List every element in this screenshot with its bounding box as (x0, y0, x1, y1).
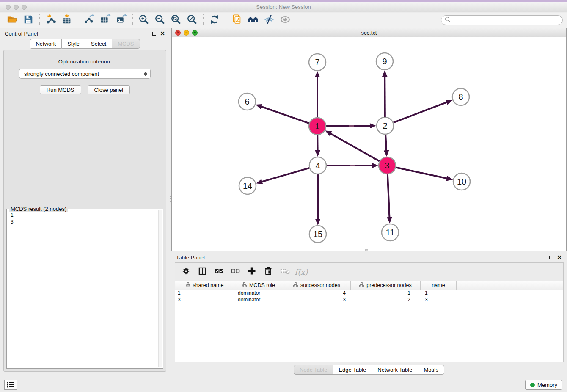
graph-edge-4-14[interactable] (261, 168, 309, 182)
tab-style[interactable]: Style (62, 39, 85, 49)
window-title: Session: New Session (0, 4, 567, 10)
show-all-icon (280, 14, 291, 27)
table-cell[interactable]: 3 (421, 297, 457, 304)
search-icon (445, 17, 451, 24)
combo-stepper-icon (144, 72, 147, 76)
network-title: scc.txt (172, 30, 566, 36)
column-header-shared-name[interactable]: shared name (175, 281, 234, 290)
refresh-layout-button[interactable] (206, 14, 223, 27)
tab-edge-table[interactable]: Edge Table (333, 365, 372, 375)
export-image-button[interactable] (113, 14, 129, 27)
zoom-fit-button[interactable] (168, 14, 184, 27)
new-network-from-selection-button[interactable] (229, 14, 245, 27)
table-cell[interactable]: 3 (175, 297, 234, 304)
tab-motifs[interactable]: Motifs (418, 365, 444, 375)
memory-button[interactable]: Memory (525, 380, 562, 390)
graph-node-label-6: 6 (245, 97, 249, 106)
tab-select[interactable]: Select (85, 39, 112, 49)
control-panel-title: Control Panel (5, 30, 38, 37)
search-input[interactable] (453, 17, 559, 23)
graph-edge-3-1[interactable] (330, 133, 380, 161)
zoom-selected-button[interactable] (184, 14, 200, 27)
add-column-button[interactable] (247, 267, 257, 277)
column-header-successor-nodes[interactable]: successor nodes (283, 281, 351, 290)
close-panel-icon[interactable]: ✕ (160, 31, 165, 36)
show-columns-button[interactable] (197, 267, 207, 277)
graph-edge-arrow-2-3 (384, 150, 389, 157)
graph-node-label-9: 9 (382, 57, 387, 66)
graph-edge-arrow-4-3 (372, 163, 378, 168)
table-cell[interactable]: 1 (421, 290, 457, 297)
open-session-button[interactable] (4, 14, 20, 27)
hide-selected-button[interactable] (261, 14, 277, 27)
graph-node-label-2: 2 (383, 121, 387, 130)
tab-network[interactable]: Network (30, 39, 62, 49)
tab-network-table[interactable]: Network Table (372, 365, 418, 375)
table-cell[interactable]: dominator (234, 297, 283, 304)
table-cell[interactable]: 4 (283, 290, 351, 297)
column-tree-icon (293, 282, 298, 288)
graph-edge-1-2[interactable] (326, 126, 371, 126)
network-window-titlebar: ✕ − + scc.txt (172, 28, 566, 37)
table-row[interactable]: 1dominator411 (175, 290, 563, 297)
optimization-criterion-select[interactable]: strongly connected component (19, 69, 151, 79)
graph-node-label-11: 11 (386, 228, 395, 237)
table-row[interactable]: 3dominator323 (175, 297, 563, 304)
mcds-result-title: MCDS result (2 nodes) (9, 206, 68, 212)
zoom-in-button[interactable] (136, 14, 152, 27)
table-cell[interactable]: 3 (283, 297, 351, 304)
clear-selection-icon (231, 268, 240, 276)
export-table-button[interactable] (97, 14, 113, 27)
graph-edge-2-9[interactable] (385, 76, 385, 117)
import-table-button[interactable] (59, 14, 75, 27)
vertical-splitter-handle[interactable] (169, 196, 171, 205)
import-network-button[interactable] (43, 14, 59, 27)
export-network-button[interactable] (81, 14, 97, 27)
tab-node-table[interactable]: Node Table (294, 365, 333, 375)
graph-edge-arrow-2-8 (446, 100, 452, 105)
graph-edge-1-6[interactable] (261, 106, 309, 123)
network-canvas[interactable]: 7968124314101511 (172, 38, 566, 251)
graph-edge-3-11[interactable] (388, 174, 390, 218)
float-panel-icon[interactable] (152, 32, 156, 36)
close-panel-button[interactable]: Close panel (88, 85, 130, 94)
status-bar: Memory (0, 377, 567, 392)
zoom-selected-icon (187, 14, 198, 27)
run-mcds-button[interactable]: Run MCDS (40, 85, 81, 94)
table-cell[interactable]: dominator (234, 290, 283, 297)
graph-edge-2-3[interactable] (385, 135, 386, 151)
delete-column-button[interactable] (263, 267, 273, 277)
table-cell[interactable]: 1 (175, 290, 234, 297)
save-session-button[interactable] (20, 14, 36, 27)
table-cell[interactable]: 1 (351, 290, 421, 297)
graph-edge-2-8[interactable] (394, 102, 448, 122)
column-header-predecessor-nodes[interactable]: predecessor nodes (351, 281, 421, 290)
graph-node-label-7: 7 (315, 58, 319, 67)
tab-mcds[interactable]: MCDS (112, 39, 140, 49)
close-table-panel-icon[interactable]: ✕ (557, 255, 562, 259)
select-all-rows-button[interactable] (214, 267, 224, 277)
optimization-criterion-label: Optimization criterion: (4, 58, 166, 65)
task-history-button[interactable] (4, 380, 17, 390)
first-neighbors-button[interactable] (245, 14, 261, 27)
show-all-button[interactable] (277, 14, 293, 27)
delete-column-icon (264, 267, 272, 277)
horizontal-splitter-handle[interactable] (365, 249, 368, 251)
float-table-panel-icon[interactable] (549, 256, 553, 259)
table-cell[interactable]: 2 (351, 297, 421, 304)
control-panel-header: Control Panel ✕ (0, 28, 170, 39)
mcds-result-group: MCDS result (2 nodes) 13 (6, 209, 163, 369)
search-box[interactable] (441, 15, 563, 25)
export-network-icon (84, 14, 95, 27)
table-settings-button[interactable] (181, 267, 191, 277)
zoom-out-button[interactable] (152, 14, 168, 27)
clear-selection-button[interactable] (230, 267, 240, 277)
graph-edge-arrow-2-9 (382, 70, 387, 77)
list-icon (7, 382, 14, 388)
column-label: shared name (193, 282, 224, 288)
graph-edge-3-10[interactable] (396, 167, 448, 178)
column-header-mcds-role[interactable]: MCDS role (234, 281, 283, 290)
result-scrollbar[interactable] (158, 210, 162, 367)
column-header-name[interactable]: name (421, 281, 457, 290)
column-label: MCDS role (249, 282, 275, 288)
